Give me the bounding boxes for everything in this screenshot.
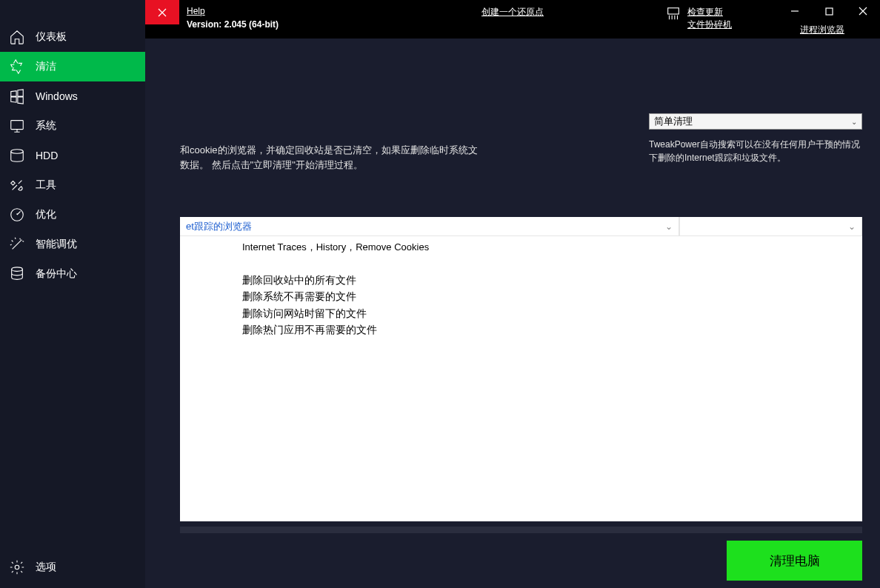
maximize-button[interactable] [812, 0, 846, 22]
list-item: 删除热门应用不再需要的文件 [242, 321, 856, 338]
sidebar-item-label: 备份中心 [36, 267, 77, 281]
section-list: 删除回收站中的所有文件 删除系统不再需要的文件 删除访问网站时留下的文件 删除热… [180, 272, 862, 338]
clean-mode-dropdown[interactable]: 简单清理 ⌄ [649, 113, 862, 130]
collapse-icon[interactable]: ⌄ [665, 221, 673, 232]
file-shredder-link[interactable]: 文件扮碎机 [687, 19, 732, 31]
wand-icon [9, 236, 25, 253]
recycle-icon [9, 59, 25, 75]
sidebar-item-label: 选项 [36, 561, 56, 574]
list-item: 删除回收站中的所有文件 [242, 272, 856, 288]
sidebar-item-hdd[interactable]: HDD [0, 141, 145, 170]
database-icon [9, 266, 25, 282]
sidebar: 仪表板 清洁 Windows 系统 HDD 工具 优化 智能调优 备份中心 选项 [0, 0, 145, 588]
process-browser-link[interactable]: 进程浏览器 [800, 24, 844, 36]
sidebar-item-label: 优化 [36, 208, 56, 221]
restore-point-link[interactable]: 创建一个还原点 [481, 6, 544, 19]
panel-header-link[interactable]: et跟踪的浏览器 [186, 220, 252, 233]
list-item: 删除访问网站时留下的文件 [242, 305, 856, 321]
collapse-icon[interactable]: ⌄ [848, 221, 856, 232]
home-icon [9, 29, 25, 45]
svg-point-3 [12, 267, 23, 272]
gear-icon [9, 559, 25, 575]
sidebar-item-tools[interactable]: 工具 [0, 170, 145, 200]
shredder-icon [665, 6, 681, 22]
clean-computer-button[interactable]: 清理电脑 [727, 541, 862, 581]
sidebar-item-system[interactable]: 系统 [0, 111, 145, 141]
tools-icon [9, 177, 25, 193]
description-text: 和cookie的浏览器，并确定回收站是否已清空，如果应删除临时系统文 数据。 然… [180, 143, 610, 172]
chevron-down-icon: ⌄ [851, 118, 857, 126]
sidebar-item-backup[interactable]: 备份中心 [0, 259, 145, 289]
svg-rect-5 [668, 8, 679, 14]
sidebar-item-clean[interactable]: 清洁 [0, 52, 145, 81]
svg-rect-6 [826, 8, 833, 15]
titlebar: Help Version: 2.045 (64-bit) 创建一个还原点 检查更… [145, 0, 880, 39]
sidebar-item-windows[interactable]: Windows [0, 81, 145, 111]
sidebar-item-label: 清洁 [36, 60, 56, 73]
check-update-link[interactable]: 检查更新 [687, 6, 732, 19]
svg-point-1 [11, 150, 24, 154]
close-button-red[interactable] [145, 0, 179, 24]
results-panel: et跟踪的浏览器 ⌄ ⌄ Internet Traces，History，Rem… [180, 217, 862, 521]
sidebar-item-label: 工具 [36, 178, 56, 192]
close-button[interactable] [846, 0, 880, 22]
sidebar-item-label: HDD [36, 150, 58, 161]
version-text: Version: 2.045 (64-bit) [187, 19, 279, 30]
dropdown-description: TweakPower自动搜索可以在没有任何用户干预的情况下删除的Internet… [649, 138, 862, 164]
sidebar-item-options[interactable]: 选项 [0, 552, 145, 582]
section-title: Internet Traces，History，Remove Cookies [180, 236, 862, 258]
sidebar-item-dashboard[interactable]: 仪表板 [0, 22, 145, 52]
svg-rect-0 [11, 121, 24, 130]
window-controls [778, 0, 880, 22]
list-item: 删除系统不再需要的文件 [242, 288, 856, 304]
gauge-icon [9, 207, 25, 223]
dropdown-selected: 简单清理 [654, 115, 693, 128]
minimize-button[interactable] [778, 0, 812, 22]
monitor-icon [9, 118, 25, 134]
sidebar-item-label: 智能调优 [36, 238, 77, 251]
windows-icon [9, 88, 25, 104]
panel-footer-strip [180, 527, 862, 533]
sidebar-item-label: 仪表板 [36, 30, 67, 44]
hdd-icon [9, 147, 25, 164]
sidebar-item-label: 系统 [36, 119, 56, 133]
sidebar-item-optimize[interactable]: 优化 [0, 200, 145, 230]
svg-point-4 [15, 565, 19, 569]
sidebar-item-label: Windows [36, 90, 78, 102]
help-link[interactable]: Help [187, 6, 279, 16]
sidebar-item-smart-tuning[interactable]: 智能调优 [0, 230, 145, 259]
